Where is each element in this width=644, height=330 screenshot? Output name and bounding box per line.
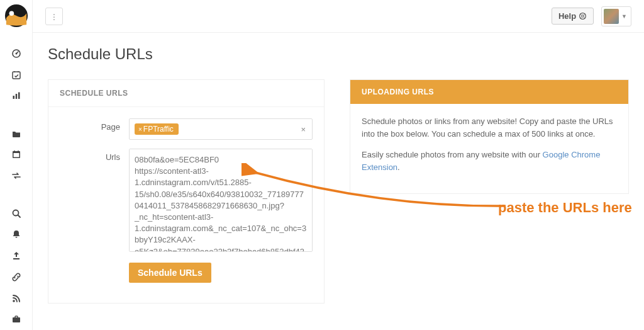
svg-point-12 xyxy=(13,300,15,302)
urls-textarea[interactable] xyxy=(129,149,313,252)
info-heading: UPLOADING URLS xyxy=(350,80,628,104)
dashboard-icon[interactable] xyxy=(8,45,25,62)
urls-field-label: Urls xyxy=(60,149,120,162)
search-icon[interactable] xyxy=(8,205,25,222)
user-menu[interactable]: ▼ xyxy=(601,6,631,26)
app-logo[interactable] xyxy=(4,4,28,28)
folders-icon[interactable] xyxy=(8,125,25,142)
svg-rect-4 xyxy=(13,72,20,79)
info-body: Schedule photos or links from any websit… xyxy=(350,104,628,193)
svg-rect-5 xyxy=(13,96,14,99)
clear-select-icon[interactable]: × xyxy=(301,125,306,134)
scheduler-icon[interactable] xyxy=(8,66,25,84)
card-heading: SCHEDULE URLS xyxy=(48,80,324,107)
chevron-down-icon: ▼ xyxy=(621,13,627,20)
sidebar xyxy=(0,0,33,330)
help-label: Help xyxy=(558,11,576,21)
life-ring-icon xyxy=(579,12,587,20)
rss-icon[interactable] xyxy=(8,290,25,307)
transfer-icon[interactable] xyxy=(8,167,25,185)
svg-rect-7 xyxy=(18,93,20,100)
briefcase-icon[interactable] xyxy=(8,310,25,328)
schedule-urls-button[interactable]: Schedule URLs xyxy=(129,263,211,283)
topbar: ··· Help ▼ xyxy=(33,0,644,33)
svg-point-15 xyxy=(582,15,584,18)
main-content: Schedule URLs SCHEDULE URLS Page × FPTra… xyxy=(33,33,644,330)
overflow-menu-button[interactable]: ··· xyxy=(45,8,63,25)
info-paragraph-2: Easily schedule photos from any website … xyxy=(362,149,617,173)
uploading-urls-panel: UPLOADING URLS Schedule photos or links … xyxy=(350,79,629,194)
page-field-label: Page xyxy=(60,118,120,132)
upload-icon[interactable] xyxy=(8,247,25,265)
svg-point-1 xyxy=(9,11,14,16)
selected-page-tag[interactable]: × FPTraffic xyxy=(135,123,179,135)
analytics-icon[interactable] xyxy=(8,87,25,105)
avatar xyxy=(604,9,619,24)
notifications-icon[interactable] xyxy=(8,226,25,244)
calendar-icon[interactable] xyxy=(8,146,25,164)
page-select[interactable]: × FPTraffic × xyxy=(129,118,313,140)
remove-tag-icon[interactable]: × xyxy=(138,126,142,133)
svg-rect-11 xyxy=(13,258,19,259)
svg-rect-13 xyxy=(13,317,20,322)
schedule-urls-card: SCHEDULE URLS Page × FPTraffic × xyxy=(48,79,325,304)
tag-label: FPTraffic xyxy=(143,125,174,134)
info-paragraph-1: Schedule photos or links from any websit… xyxy=(362,115,617,140)
page-title: Schedule URLs xyxy=(48,45,629,63)
svg-rect-6 xyxy=(15,94,17,99)
annotation-label: paste the URLs here xyxy=(498,200,632,216)
help-button[interactable]: Help xyxy=(552,8,594,25)
links-icon[interactable] xyxy=(8,268,25,286)
svg-rect-9 xyxy=(13,153,19,157)
